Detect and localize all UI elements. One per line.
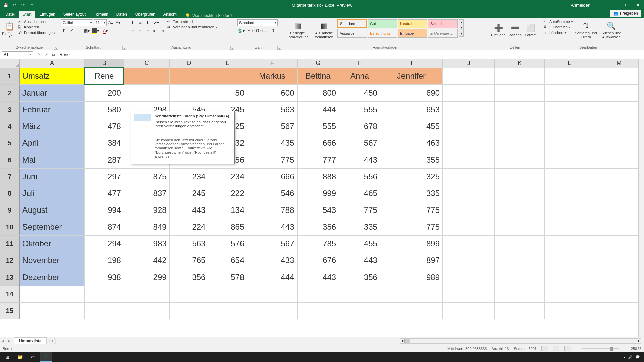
cell-r10-c1[interactable]: 874	[85, 219, 124, 235]
cell-r9-c2[interactable]: 928	[124, 202, 169, 219]
cell-empty[interactable]	[443, 219, 495, 235]
cell-empty[interactable]	[594, 219, 644, 235]
align-top-button[interactable]: ⬆	[129, 19, 136, 26]
cell-r3-c6[interactable]: 444	[297, 101, 339, 118]
cell-r7-c3[interactable]: 234	[169, 168, 208, 185]
style-schlecht[interactable]: Schlecht	[428, 19, 458, 28]
taskbar-app[interactable]: ▭	[27, 352, 39, 362]
cell-r7-c8[interactable]: 325	[380, 168, 442, 185]
cell-r12-c3[interactable]: 765	[169, 252, 208, 269]
view-layout-button[interactable]	[553, 346, 559, 351]
col-header-I[interactable]: I	[380, 59, 442, 68]
cell-r6-c7[interactable]: 443	[339, 152, 380, 168]
style-eingabe[interactable]: Eingabe	[398, 29, 427, 38]
cell-r8-c8[interactable]: 335	[380, 185, 442, 202]
cell-r10-c6[interactable]: 356	[297, 219, 339, 235]
cell-r9-c1[interactable]: 994	[85, 202, 124, 219]
cell-r9-c6[interactable]: 543	[297, 202, 339, 219]
col-header-F[interactable]: F	[247, 59, 297, 68]
tab-formulas[interactable]: Formeln	[90, 11, 112, 18]
cell-empty[interactable]	[495, 101, 544, 118]
cell-empty[interactable]	[495, 235, 544, 252]
row-header-3[interactable]: 3	[0, 101, 19, 118]
cell-empty[interactable]	[85, 286, 124, 302]
cell-empty[interactable]	[544, 101, 594, 118]
cell-r12-c7[interactable]: 443	[339, 252, 380, 269]
row-header-5[interactable]: 5	[0, 135, 19, 152]
wrap-text-button[interactable]: ↩Textumbruch	[167, 19, 217, 24]
cell-r12-c2[interactable]: 442	[124, 252, 169, 269]
align-middle-button[interactable]: ≡	[137, 19, 144, 26]
save-icon[interactable]: 💾	[3, 2, 9, 8]
cell-r12-c6[interactable]: 676	[297, 252, 339, 269]
cell-r3-c7[interactable]: 555	[339, 101, 380, 118]
cell-month-5[interactable]: April	[19, 135, 85, 152]
row-header-8[interactable]: 8	[0, 185, 19, 202]
indent-increase-button[interactable]: ⇥	[159, 27, 166, 34]
cell-r3-c5[interactable]: 563	[247, 101, 297, 118]
style-standard[interactable]: Standard	[337, 19, 367, 28]
cell-r7-c6[interactable]: 888	[297, 168, 339, 185]
cell-empty[interactable]	[544, 235, 594, 252]
cell-r8-c6[interactable]: 999	[297, 185, 339, 202]
col-header-C[interactable]: C	[124, 59, 169, 68]
cell-r3-c1[interactable]: 580	[85, 101, 124, 118]
cell-r2-c4[interactable]: 50	[208, 84, 247, 101]
font-size-select[interactable]: 11▾	[94, 19, 107, 26]
cell-r6-c8[interactable]: 355	[380, 152, 442, 168]
cell-empty[interactable]	[443, 168, 495, 185]
cell-empty[interactable]	[594, 235, 644, 252]
cell-empty[interactable]	[544, 202, 594, 219]
cell-month-8[interactable]: Juli	[19, 185, 85, 202]
comma-button[interactable]: 000	[252, 27, 259, 34]
cell-empty[interactable]	[495, 219, 544, 235]
cell-empty[interactable]	[443, 252, 495, 269]
redo-icon[interactable]: ↷	[20, 2, 26, 8]
cell-empty[interactable]	[594, 286, 644, 302]
tray-notifications-icon[interactable]: 💬	[635, 355, 640, 359]
cell-r13-c5[interactable]: 444	[247, 269, 297, 286]
cell-r11-c2[interactable]: 983	[124, 235, 169, 252]
decrease-font-button[interactable]: A▾	[115, 19, 121, 26]
row-header-12[interactable]: 12	[0, 252, 19, 269]
cell-month-11[interactable]: Oktober	[19, 235, 85, 252]
cell-empty[interactable]	[169, 286, 208, 302]
cell-r12-c4[interactable]: 654	[208, 252, 247, 269]
cell-empty[interactable]	[544, 118, 594, 135]
cell-empty[interactable]	[495, 168, 544, 185]
cell-empty[interactable]	[297, 286, 339, 302]
cell-empty[interactable]	[247, 302, 297, 319]
cells-format-button[interactable]: ⬜Format	[523, 19, 538, 42]
cell-r2-c1[interactable]: 200	[85, 84, 124, 101]
row-header-6[interactable]: 6	[0, 152, 19, 168]
indent-decrease-button[interactable]: ⇤	[152, 27, 158, 34]
horizontal-scrollbar[interactable]: ◀▶	[400, 338, 641, 344]
copy-button[interactable]: ⎘Kopieren▾	[18, 25, 55, 29]
cell-r2-c2[interactable]	[124, 84, 169, 101]
cell-r1-c2[interactable]	[124, 68, 169, 84]
taskbar-explorer[interactable]: 📁	[14, 352, 26, 362]
cell-empty[interactable]	[443, 269, 495, 286]
cell-r1-c4[interactable]	[208, 68, 247, 84]
cell-empty[interactable]	[19, 286, 85, 302]
number-launcher[interactable]: ↘	[277, 46, 281, 50]
col-header-L[interactable]: L	[544, 59, 594, 68]
cell-r9-c4[interactable]: 134	[208, 202, 247, 219]
cell-r5-c8[interactable]: 463	[380, 135, 442, 152]
cell-empty[interactable]	[544, 286, 594, 302]
cell-r11-c3[interactable]: 563	[169, 235, 208, 252]
border-button[interactable]: ▦▾	[83, 27, 90, 34]
clipboard-launcher[interactable]: ↘	[54, 46, 58, 50]
cell-month-12[interactable]: November	[19, 252, 85, 269]
cell-r5-c5[interactable]: 435	[247, 135, 297, 152]
align-launcher[interactable]: ↘	[230, 46, 234, 50]
cell-r2-c5[interactable]: 600	[247, 84, 297, 101]
row-header-2[interactable]: 2	[0, 84, 19, 101]
cell-empty[interactable]	[297, 302, 339, 319]
row-header-9[interactable]: 9	[0, 202, 19, 219]
tab-insert[interactable]: Einfügen	[35, 11, 59, 18]
cell-r1-c7[interactable]: Anna	[339, 68, 380, 84]
cell-r2-c8[interactable]: 690	[380, 84, 442, 101]
zoom-level[interactable]: 250 %	[631, 347, 641, 351]
zoom-in-button[interactable]: +	[624, 347, 626, 351]
